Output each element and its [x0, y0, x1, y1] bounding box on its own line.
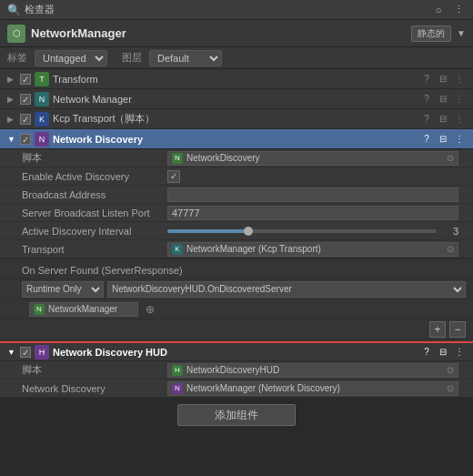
section-header-network-discovery: ▼ N Network Discovery ? ⊟ ⋮	[0, 129, 473, 149]
help-transform[interactable]: ?	[420, 73, 433, 86]
comp-actions-network-manager: ? ⊟ ⋮	[420, 93, 466, 106]
server-port-input[interactable]	[167, 206, 458, 220]
event-obj-text: NetworkManager	[48, 304, 117, 314]
event-obj-row: N NetworkManager ⊕	[0, 299, 473, 319]
hud-script-icon: H	[172, 365, 183, 376]
server-port-label: Server Broadcast Listen Port	[22, 208, 167, 218]
label-network-manager: Network Manager	[53, 94, 417, 105]
settings-nd[interactable]: ⊟	[437, 133, 449, 146]
script-ref-select[interactable]: ⊙	[447, 153, 454, 163]
prop-hud-nd-ref: Network Discovery N NetworkManager (Netw…	[0, 380, 473, 398]
script-ref-icon: N	[172, 153, 183, 164]
icon-network-discovery: N	[35, 132, 49, 147]
hud-script-select[interactable]: ⊙	[447, 365, 454, 375]
collapse-network-discovery[interactable]: ▼	[7, 135, 16, 144]
label-hud: Network Discovery HUD	[53, 347, 417, 358]
icon-transform: T	[35, 72, 49, 86]
checkbox-network-discovery[interactable]	[20, 134, 31, 145]
icon-kcp: K	[35, 112, 49, 127]
object-name: NetworkManager	[31, 26, 406, 40]
hud-nd-select[interactable]: ⊙	[447, 383, 454, 393]
events-header: On Server Found (ServerResponse)	[0, 261, 473, 279]
prop-hud-script: 脚本 H NetworkDiscoveryHUD ⊙	[0, 361, 473, 380]
settings-transform[interactable]: ⊟	[437, 73, 449, 86]
hud-props: 脚本 H NetworkDiscoveryHUD ⊙ Network Disco…	[0, 361, 473, 399]
script-ref: N NetworkDiscovery ⊙	[167, 151, 458, 166]
collapse-network-manager[interactable]: ▶	[7, 95, 16, 104]
add-event-button[interactable]: +	[429, 321, 446, 338]
settings-kcp[interactable]: ⊟	[437, 113, 449, 126]
comp-actions-transform: ? ⊟ ⋮	[420, 73, 466, 86]
slider-thumb[interactable]	[244, 227, 253, 236]
checkbox-hud[interactable]	[20, 347, 31, 358]
icon-network-manager: N	[35, 92, 49, 106]
script-ref-text: NetworkDiscovery	[186, 153, 260, 163]
help-kcp[interactable]: ?	[420, 113, 433, 126]
checkbox-kcp[interactable]	[20, 114, 31, 125]
slider-value: 3	[440, 226, 458, 237]
more-transform[interactable]: ⋮	[453, 73, 466, 86]
object-icon: ⬡	[7, 25, 25, 43]
component-row-transform: ▶ T Transform ? ⊟ ⋮	[0, 69, 473, 89]
prop-active-interval: Active Discovery Interval 3	[0, 222, 473, 240]
tag-label: 标签	[7, 51, 27, 65]
prop-script: 脚本 N NetworkDiscovery ⊙	[0, 149, 473, 167]
plus-minus-row: + −	[0, 319, 473, 339]
more-hud[interactable]: ⋮	[453, 346, 466, 359]
prop-enable-active: Enable Active Discovery	[0, 167, 473, 186]
tag-select[interactable]: Untagged	[35, 50, 107, 66]
settings-hud[interactable]: ⊟	[437, 346, 449, 359]
label-transform: Transform	[53, 74, 417, 85]
script-label: 脚本	[22, 151, 167, 165]
help-network-manager[interactable]: ?	[420, 93, 433, 106]
more-nd[interactable]: ⋮	[453, 133, 466, 146]
hud-script-label: 脚本	[22, 363, 167, 377]
network-discovery-props: 脚本 N NetworkDiscovery ⊙ Enable Active Di…	[0, 149, 473, 259]
component-row-network-manager: ▶ N Network Manager ? ⊟ ⋮	[0, 89, 473, 109]
remove-event-button[interactable]: −	[449, 321, 466, 338]
transport-select-btn[interactable]: ⊙	[447, 244, 454, 254]
broadcast-address-label: Broadcast Address	[22, 189, 167, 200]
active-interval-slider[interactable]: 3	[167, 226, 458, 237]
hud-nd-label: Network Discovery	[22, 383, 167, 394]
layer-select[interactable]: Default	[149, 50, 222, 66]
prop-broadcast-address: Broadcast Address	[0, 186, 473, 204]
title-bar-actions: ○ ⋮	[431, 3, 466, 17]
event-obj-circle[interactable]: ⊕	[146, 303, 155, 316]
checkbox-transform[interactable]	[20, 74, 31, 85]
slider-track	[167, 229, 437, 233]
hud-script-value: NetworkDiscoveryHUD	[186, 365, 279, 375]
more-kcp[interactable]: ⋮	[453, 113, 466, 126]
slider-fill	[167, 229, 248, 233]
collapse-hud[interactable]: ▼	[7, 348, 16, 357]
checkbox-network-manager[interactable]	[20, 94, 31, 105]
lock-button[interactable]: ○	[431, 3, 446, 17]
hud-nd-ref: N NetworkManager (Network Discovery) ⊙	[167, 381, 458, 396]
broadcast-address-input[interactable]	[167, 187, 458, 202]
more-button[interactable]: ⋮	[451, 3, 466, 17]
transport-ref: K NetworkManager (Kcp Transport) ⊙	[167, 242, 458, 257]
collapse-transform[interactable]: ▶	[7, 75, 16, 84]
event-obj-ref: N NetworkManager	[29, 302, 138, 317]
event-handler-select[interactable]: NetworkDiscoveryHUD.OnDiscoveredServer	[107, 281, 466, 298]
add-component-button[interactable]: 添加组件	[177, 404, 296, 426]
more-network-manager[interactable]: ⋮	[453, 93, 466, 106]
prop-server-port: Server Broadcast Listen Port	[0, 204, 473, 222]
object-header: ⬡ NetworkManager 静态的 ▼	[0, 20, 473, 47]
title-bar: 🔍 检查器 ○ ⋮	[0, 0, 473, 20]
help-nd[interactable]: ?	[420, 133, 433, 146]
dropdown-arrow-static[interactable]: ▼	[457, 28, 466, 38]
collapse-kcp[interactable]: ▶	[7, 115, 16, 124]
event-obj-icon: N	[34, 304, 45, 315]
help-hud[interactable]: ?	[420, 346, 433, 359]
transport-label: Transport	[22, 244, 167, 255]
settings-network-manager[interactable]: ⊟	[437, 93, 449, 106]
hud-nd-value: NetworkManager (Network Discovery)	[186, 383, 340, 393]
active-interval-label: Active Discovery Interval	[22, 226, 167, 237]
transport-icon: K	[172, 244, 183, 255]
label-network-discovery: Network Discovery	[53, 134, 417, 145]
enable-active-checkbox[interactable]	[167, 170, 180, 183]
event-runtime-row: Runtime Only NetworkDiscoveryHUD.OnDisco…	[0, 279, 473, 299]
layer-label: 图层	[122, 51, 142, 65]
runtime-select[interactable]: Runtime Only	[22, 281, 104, 298]
